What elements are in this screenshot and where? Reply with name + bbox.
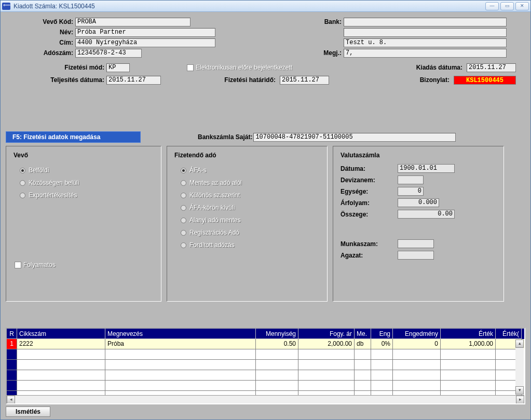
cell-eng[interactable]: 0% (371, 339, 393, 349)
horizontal-scrollbar[interactable]: ◂ ▸ (7, 395, 524, 403)
nev2-field[interactable] (344, 28, 507, 37)
table-row[interactable]: 1 2222 Próba 0.50 2,000.00 db 0% 0 1,000… (7, 339, 524, 349)
radio-export-label: Exportértékesítés (29, 192, 77, 199)
fiz-hatarido-field[interactable]: 2015.11.27 (280, 76, 329, 85)
col-mennyiseg: Mennyiség (256, 329, 298, 339)
grid-header: R Cikkszám Megnevezés Mennyiség Fogy. ár… (7, 329, 524, 339)
kiadas-field[interactable]: 2015.11.27 (467, 63, 516, 72)
col-megnevezes: Megnevezés (105, 329, 256, 339)
nev-field[interactable]: Próba Partner (75, 28, 215, 37)
cell-ertek[interactable]: 1,000.00 (441, 339, 496, 349)
radio-forditott[interactable]: Fordított adózás (174, 239, 320, 251)
radio-icon (181, 168, 186, 173)
radio-icon (181, 193, 186, 198)
nev-label: Név: (6, 29, 75, 36)
grid-body: 1 2222 Próba 0.50 2,000.00 db 0% 0 1,000… (7, 339, 524, 395)
radio-alanyi-label: Alanyi adó mentes (189, 216, 241, 224)
kiadas-label: Kiadás dátuma: (416, 64, 465, 71)
agazat-label: Agazat: (341, 252, 398, 259)
datuma-field: 1900.01.01 (398, 164, 455, 173)
radio-kozossegen-label: Közösségen belüli (29, 179, 79, 186)
teljesites-field[interactable]: 2015.11.27 (106, 76, 161, 85)
col-me: Me. (355, 329, 371, 339)
adoszam-field[interactable]: 12345678-2-43 (75, 49, 142, 58)
elektronikus-checkbox[interactable] (187, 64, 194, 71)
cell-cikkszam[interactable]: 2222 (17, 339, 105, 349)
munkaszam-label: Munkaszam: (341, 240, 398, 248)
bank-field[interactable] (344, 18, 507, 26)
col-eng: Eng (371, 329, 393, 339)
row-indicator (7, 391, 17, 395)
munkaszam-field[interactable] (398, 239, 434, 248)
cell-me[interactable]: db (355, 339, 371, 349)
titlebar[interactable]: Kiadott Számla: KSL1500445 — ▭ ✕ (1, 1, 530, 12)
header-form: Vevő Kód: PROBA Bank: Név: Próba Partner… (6, 17, 525, 85)
teljesites-label: Teljesítés dátuma: (6, 76, 106, 84)
megj-field[interactable]: 7, (344, 49, 507, 58)
osszege-field: 0.00 (398, 210, 455, 219)
devizanem-label: Devizanem: (341, 177, 398, 184)
datuma-label: Dátuma: (341, 165, 398, 172)
tab-f5[interactable]: F5: Fizetési adatok megadása (6, 131, 141, 143)
bizonylat-field: KSL1500445 (454, 76, 516, 85)
fiz-mod-label: Fizetési mód: (6, 64, 106, 71)
row-indicator (7, 370, 17, 381)
cim2-field[interactable]: Teszt u. 8. (344, 38, 507, 47)
scroll-right-icon[interactable]: ▸ (516, 396, 524, 404)
radio-kulonos-label: Különös sz.szerint (189, 192, 240, 199)
devizanem-field[interactable] (398, 175, 424, 184)
cell-fogyar[interactable]: 2,000.00 (298, 339, 355, 349)
row-indicator: 1 (7, 339, 17, 349)
radio-export[interactable]: Exportértékesítés (13, 189, 154, 201)
radio-afakoron[interactable]: ÁFA-körön kívüli (174, 201, 320, 214)
radio-alanyi[interactable]: Alanyi adó mentes (174, 214, 320, 226)
vevo-kod-label: Vevő Kód: (6, 18, 75, 25)
line-items-grid[interactable]: R Cikkszám Megnevezés Mennyiség Fogy. ár… (6, 328, 525, 404)
fiz-hatarido-label: Fizetési határidő: (161, 76, 278, 84)
egysege-label: Egysége: (341, 188, 398, 195)
row-indicator (7, 381, 17, 391)
bankszamla-field[interactable]: 10700048-47821907-51100005 (253, 133, 456, 142)
table-row[interactable] (7, 381, 524, 391)
radio-afas-label: ÁFA-s (189, 167, 207, 174)
close-button[interactable]: ✕ (515, 2, 529, 10)
scroll-left-icon[interactable]: ◂ (7, 396, 15, 404)
scroll-down-icon[interactable]: ▾ (515, 386, 524, 395)
cell-mennyiseg[interactable]: 0.50 (256, 339, 298, 349)
radio-regisztracios[interactable]: Regisztrációs Adó (174, 226, 320, 239)
col-ertek2: Érték( (496, 329, 522, 339)
checkbox-icon (15, 262, 21, 268)
checkbox-folyamatos[interactable]: Folyamatos (13, 259, 154, 271)
radio-mentes-label: Mentes az adó alól (189, 179, 242, 186)
table-row[interactable] (7, 391, 524, 395)
fiz-mod-field[interactable]: KP (106, 63, 130, 72)
radio-icon (181, 242, 186, 248)
arfolyam-label: Árfolyam: (341, 199, 398, 207)
vertical-scrollbar[interactable]: ▴ ▾ (515, 340, 524, 395)
table-row[interactable] (7, 370, 524, 381)
radio-afas[interactable]: ÁFA-s (174, 164, 320, 177)
agazat-field[interactable] (398, 251, 434, 260)
scroll-up-icon[interactable]: ▴ (515, 340, 524, 348)
minimize-button[interactable]: — (485, 2, 499, 10)
maximize-button[interactable]: ▭ (500, 2, 514, 10)
col-fogyar: Fogy. ár (298, 329, 355, 339)
col-cikkszam: Cikkszám (17, 329, 105, 339)
ismetles-button[interactable]: Ismétlés (6, 407, 50, 417)
radio-kozossegen[interactable]: Közösségen belüli (13, 177, 154, 189)
cim-field[interactable]: 4400 Nyíregyháza (75, 38, 215, 47)
ado-panel-title: Fizetendő adó (174, 152, 320, 159)
radio-icon (181, 218, 186, 223)
row-indicator (7, 360, 17, 370)
cell-megnevezes[interactable]: Próba (105, 339, 256, 349)
radio-mentes[interactable]: Mentes az adó alól (174, 177, 320, 189)
folyamatos-label: Folyamatos (23, 261, 56, 268)
cell-engedmeny[interactable]: 0 (393, 339, 441, 349)
vevo-kod-field[interactable]: PROBA (75, 18, 190, 26)
valuta-panel-title: Valutaszámla (341, 152, 496, 159)
table-row[interactable] (7, 349, 524, 360)
radio-kulonos[interactable]: Különös sz.szerint (174, 189, 320, 201)
table-row[interactable] (7, 360, 524, 370)
radio-belfoldi[interactable]: Belföldi (13, 164, 154, 177)
window-title: Kiadott Számla: KSL1500445 (13, 3, 95, 10)
